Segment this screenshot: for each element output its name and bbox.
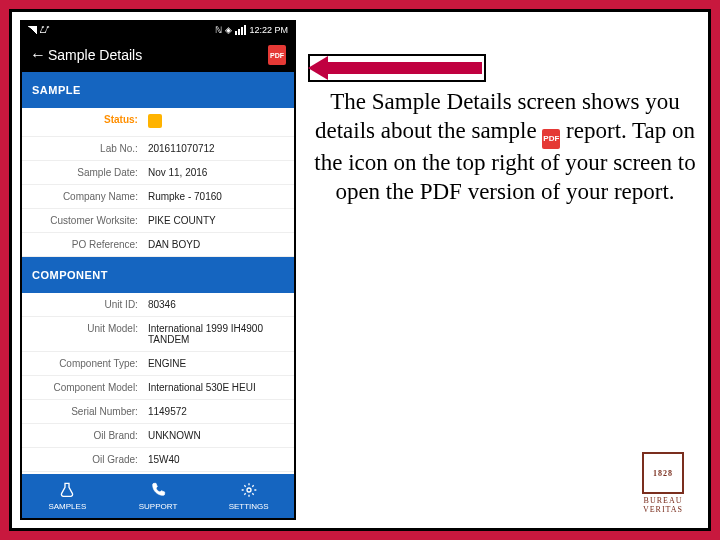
flask-icon xyxy=(59,482,75,500)
explanation-text: The Sample Details screen shows you deta… xyxy=(312,88,698,206)
row-worksite: Customer Worksite: PIKE COUNTY xyxy=(22,209,294,233)
row-comp-model: Component Model: International 530E HEUI xyxy=(22,376,294,400)
pdf-inline-icon: PDF xyxy=(542,129,560,149)
row-lab-no: Lab No.: 201611070712 xyxy=(22,137,294,161)
logo-line-1: BUREAU xyxy=(632,496,694,505)
gear-icon xyxy=(241,482,257,500)
row-oil-brand: Oil Brand: UNKNOWN xyxy=(22,424,294,448)
logo-line-2: VERITAS xyxy=(632,505,694,514)
row-status: Status: xyxy=(22,108,294,137)
row-company: Company Name: Rumpke - 70160 xyxy=(22,185,294,209)
bureau-veritas-logo: 1828 BUREAU VERITAS xyxy=(632,452,694,514)
slide-frame: ⌰ ℕ ◈ 12:22 PM ← Sample Details PDF SAMP… xyxy=(12,12,708,528)
row-sample-date: Sample Date: Nov 11, 2016 xyxy=(22,161,294,185)
arrow-head-icon xyxy=(308,56,328,80)
back-button[interactable]: ← xyxy=(30,46,48,64)
svg-point-0 xyxy=(247,488,251,492)
status-badge xyxy=(148,114,162,128)
status-label: Status: xyxy=(32,114,148,130)
wifi-icon: ◈ xyxy=(225,25,232,35)
status-time: 12:22 PM xyxy=(249,25,288,35)
pdf-icon[interactable]: PDF xyxy=(268,45,286,65)
tab-settings[interactable]: SETTINGS xyxy=(203,474,294,518)
callout-arrow xyxy=(308,54,486,82)
row-unit-id: Unit ID: 80346 xyxy=(22,293,294,317)
row-unit-model: Unit Model: International 1999 IH4900 TA… xyxy=(22,317,294,352)
row-comp-type: Component Type: ENGINE xyxy=(22,352,294,376)
row-po: PO Reference: DAN BOYD xyxy=(22,233,294,257)
component-section-header: COMPONENT xyxy=(22,257,294,293)
android-status-bar: ⌰ ℕ ◈ 12:22 PM xyxy=(22,22,294,38)
phone-icon xyxy=(150,482,166,500)
arrow-shaft xyxy=(328,62,482,74)
signal-icon xyxy=(28,26,37,34)
app-bar: ← Sample Details PDF xyxy=(22,38,294,72)
sample-section-header: SAMPLE xyxy=(22,72,294,108)
nfc-icon: ℕ xyxy=(215,25,222,35)
tab-samples[interactable]: SAMPLES xyxy=(22,474,113,518)
tab-support[interactable]: SUPPORT xyxy=(113,474,204,518)
bottom-tab-bar: SAMPLES SUPPORT SETTINGS xyxy=(22,474,294,518)
row-oil-grade: Oil Grade: 15W40 xyxy=(22,448,294,472)
cell-bars-icon xyxy=(235,25,246,35)
logo-crest-icon: 1828 xyxy=(642,452,684,494)
phone-mockup: ⌰ ℕ ◈ 12:22 PM ← Sample Details PDF SAMP… xyxy=(20,20,296,520)
screen-title: Sample Details xyxy=(48,47,268,63)
row-serial: Serial Number: 1149572 xyxy=(22,400,294,424)
voicemail-icon: ⌰ xyxy=(40,25,49,35)
